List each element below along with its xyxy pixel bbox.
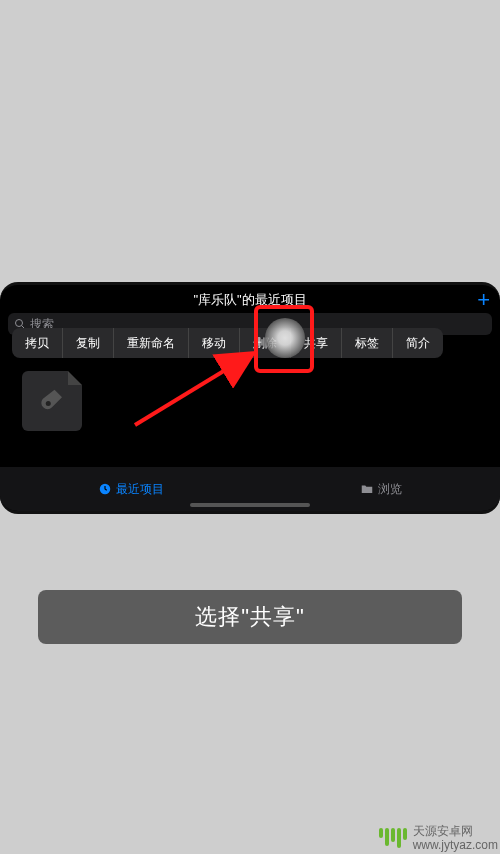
watermark-line2: www.jytyaz.com [413,838,498,852]
svg-point-0 [16,320,23,327]
menu-item-rename[interactable]: 重新命名 [114,328,189,358]
svg-point-3 [46,401,51,406]
guitar-icon [37,386,67,416]
menu-item-tags[interactable]: 标签 [342,328,393,358]
instruction-caption: 选择"共享" [38,590,462,644]
app-panel: "库乐队"的最近项目 + 搜索 拷贝 复制 重新命名 移动 删除 共享 标签 简… [0,282,500,514]
tab-browse-label: 浏览 [378,481,402,498]
watermark-line1: 天源安卓网 [413,824,498,838]
menu-item-copy[interactable]: 拷贝 [12,328,63,358]
watermark-logo-icon [379,828,407,848]
assistive-touch-button[interactable] [265,318,305,358]
tab-browse[interactable]: 浏览 [360,481,402,498]
tab-recent-label: 最近项目 [116,481,164,498]
clock-icon [98,482,112,496]
add-button[interactable]: + [477,289,490,311]
tab-recent[interactable]: 最近项目 [98,481,164,498]
arrow-annotation [125,345,275,435]
home-indicator[interactable] [190,503,310,507]
menu-item-move[interactable]: 移动 [189,328,240,358]
context-menu: 拷贝 复制 重新命名 移动 删除 共享 标签 简介 [12,328,443,358]
page-fold-icon [68,371,82,385]
panel-title: "库乐队"的最近项目 [0,285,500,309]
svg-line-2 [135,355,250,425]
bottom-tab-bar: 最近项目 浏览 [0,467,500,511]
project-file-thumb[interactable] [22,371,82,431]
menu-item-duplicate[interactable]: 复制 [63,328,114,358]
menu-item-info[interactable]: 简介 [393,328,443,358]
watermark: 天源安卓网 www.jytyaz.com [379,824,498,852]
folder-icon [360,482,374,496]
